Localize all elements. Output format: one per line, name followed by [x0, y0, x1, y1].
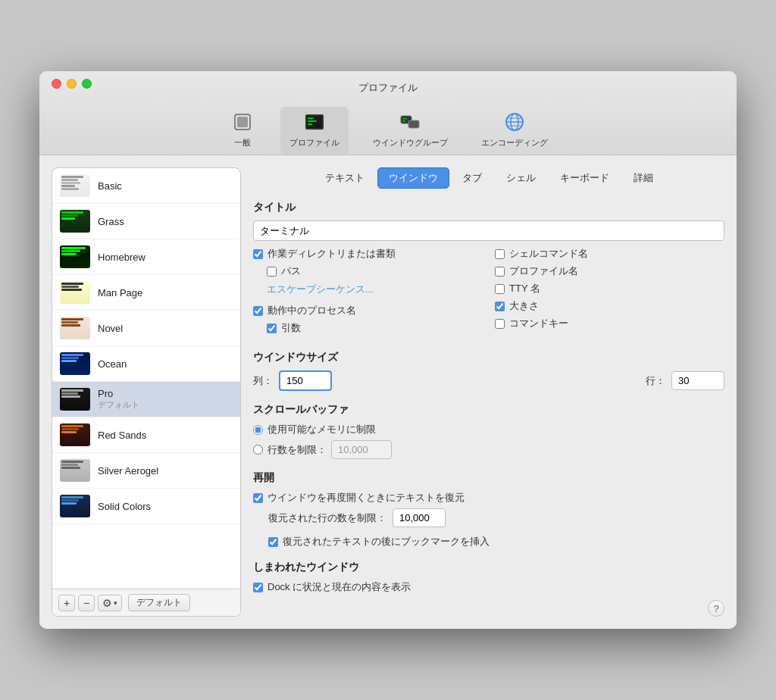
content-area: Basic Grass: [39, 155, 737, 629]
checkbox-size-row: 大きさ: [495, 299, 724, 313]
title-input[interactable]: [253, 220, 724, 241]
rows-input[interactable]: [671, 371, 724, 390]
profile-info-solidcolors: Solid Colors: [98, 501, 151, 512]
profile-name-redsands: Red Sands: [98, 430, 146, 441]
closed-heading: しまわれたウインドウ: [253, 561, 724, 574]
escape-sequences-link[interactable]: エスケープシーケンス...: [267, 283, 374, 296]
toolbar-windowgroups[interactable]: ウインドウグループ: [364, 107, 457, 155]
profile-info-ocean: Ocean: [98, 358, 127, 370]
profile-info-redsands: Red Sands: [98, 430, 146, 441]
profile-novel[interactable]: Novel: [52, 311, 240, 346]
gear-button[interactable]: ⚙ ▾: [98, 595, 122, 611]
profile-thumb-pro: [60, 388, 90, 411]
radio-lines-row: 行数を制限：: [253, 440, 724, 459]
checkbox-path[interactable]: [267, 267, 277, 277]
profile-sidebar: Basic Grass: [52, 167, 241, 617]
checkbox-cmdkey-row: コマンドキー: [495, 317, 724, 330]
radio-lines[interactable]: [253, 445, 263, 455]
svg-rect-9: [402, 118, 407, 120]
profile-subtitle-pro: デフォルト: [98, 399, 139, 411]
reopen-limit-input[interactable]: [393, 508, 446, 527]
checkbox-workdir-row: 作業ディレクトリまたは書類: [253, 247, 483, 261]
toolbar-general[interactable]: 一般: [220, 107, 265, 155]
svg-rect-8: [408, 120, 419, 128]
main-panel: テキスト ウインドウ タブ シェル キーボード 詳細 タイトル 作業ディレクトリ…: [253, 167, 724, 617]
windowsize-section: ウインドウサイズ 列： 行：: [253, 351, 724, 391]
profile-name-homebrew: Homebrew: [98, 252, 146, 263]
profile-ocean[interactable]: Ocean: [52, 346, 240, 382]
svg-rect-6: [308, 123, 312, 125]
toolbar-encoding[interactable]: エンコーディング: [472, 107, 557, 155]
reopen-restore-row: ウインドウを再度開くときにテキストを復元: [253, 491, 724, 505]
reopen-bookmark-row: 復元されたテキストの後にブックマークを挿入: [253, 535, 724, 548]
checkbox-size[interactable]: [495, 302, 505, 311]
cols-input[interactable]: [279, 370, 332, 391]
toolbar-windowgroups-label: ウインドウグループ: [373, 137, 448, 148]
checkbox-processname[interactable]: [253, 306, 263, 316]
checkbox-cmdkey-label: コマンドキー: [509, 317, 568, 330]
close-button[interactable]: [52, 79, 61, 89]
reopen-section: 再開 ウインドウを再度開くときにテキストを復元 復元された行の数を制限： 復元さ…: [253, 471, 724, 548]
scrollback-lines-input[interactable]: [331, 440, 392, 459]
remove-profile-button[interactable]: −: [78, 595, 95, 611]
profile-solidcolors[interactable]: Solid Colors: [52, 489, 240, 524]
radio-memory[interactable]: [253, 425, 263, 435]
profile-redsands[interactable]: Red Sands: [52, 417, 240, 453]
profile-basic[interactable]: Basic: [52, 168, 240, 204]
profiles-icon: [302, 110, 327, 134]
reopen-limit-label: 復元された行の数を制限：: [268, 511, 386, 525]
svg-rect-10: [402, 120, 405, 122]
checkbox-shellcmd[interactable]: [495, 249, 505, 259]
checkbox-processname-label: 動作中のプロセス名: [268, 304, 356, 317]
tab-advanced[interactable]: 詳細: [622, 167, 665, 189]
checkbox-workdir-label: 作業ディレクトリまたは書類: [268, 247, 396, 261]
svg-rect-5: [308, 120, 317, 122]
radio-lines-label: 行数を制限：: [268, 443, 327, 457]
toolbar-profiles[interactable]: プロファイル: [280, 107, 349, 155]
maximize-button[interactable]: [82, 79, 92, 89]
checkbox-ttyname[interactable]: [495, 284, 505, 294]
closed-dock-checkbox[interactable]: [253, 583, 263, 592]
svg-rect-4: [308, 117, 314, 119]
profile-info-grass: Grass: [98, 216, 124, 227]
cols-label: 列：: [253, 374, 273, 388]
reopen-bookmark-label: 復元されたテキストの後にブックマークを挿入: [283, 535, 490, 548]
toolbar: 一般 プロファイル: [52, 101, 724, 155]
tab-bar: テキスト ウインドウ タブ シェル キーボード 詳細: [253, 167, 724, 189]
checkbox-args[interactable]: [267, 323, 277, 333]
checkbox-profilename[interactable]: [495, 267, 505, 277]
reopen-bookmark-checkbox[interactable]: [268, 537, 278, 547]
tab-tab[interactable]: タブ: [451, 167, 493, 189]
add-profile-button[interactable]: +: [58, 595, 75, 611]
profile-grass[interactable]: Grass: [52, 204, 240, 239]
tab-text[interactable]: テキスト: [314, 167, 376, 189]
profile-silveraerogel[interactable]: Silver Aerogel: [52, 453, 240, 489]
main-window: プロファイル 一般: [39, 71, 737, 629]
profile-pro[interactable]: Pro デフォルト: [52, 382, 240, 417]
toolbar-encoding-label: エンコーディング: [481, 137, 548, 148]
window-title: プロファイル: [52, 81, 724, 95]
profile-thumb-redsands: [60, 423, 90, 446]
windowsize-heading: ウインドウサイズ: [253, 351, 724, 364]
profile-name-pro: Pro: [98, 388, 139, 399]
profile-thumb-basic: [60, 174, 90, 197]
tab-keyboard[interactable]: キーボード: [549, 167, 621, 189]
profile-info-pro: Pro デフォルト: [98, 388, 139, 411]
profile-thumb-homebrew: [60, 245, 90, 268]
windowgroups-icon: [398, 110, 422, 134]
checkbox-cmdkey[interactable]: [495, 319, 505, 329]
windowsize-row: 列： 行：: [253, 370, 724, 391]
profile-manpage[interactable]: Man Page: [52, 275, 240, 311]
profile-info-silveraerogel: Silver Aerogel: [98, 465, 158, 477]
encoding-icon: [502, 110, 527, 134]
reopen-restore-checkbox[interactable]: [253, 493, 263, 503]
tab-window[interactable]: ウインドウ: [377, 167, 449, 189]
closed-dock-row: Dock に状況と現在の内容を表示: [253, 580, 724, 594]
default-button[interactable]: デフォルト: [128, 594, 190, 611]
help-button[interactable]: ?: [708, 600, 724, 617]
minimize-button[interactable]: [67, 79, 77, 89]
profile-homebrew[interactable]: Homebrew: [52, 239, 240, 275]
checkbox-workdir[interactable]: [253, 249, 263, 259]
radio-memory-row: 使用可能なメモリに制限: [253, 423, 724, 436]
tab-shell[interactable]: シェル: [495, 167, 547, 189]
